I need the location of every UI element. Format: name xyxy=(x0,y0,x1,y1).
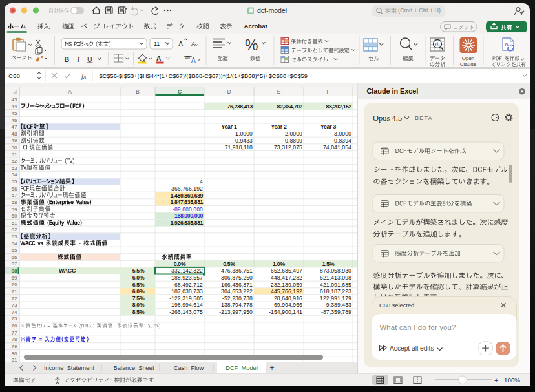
svg-text:71: 71 xyxy=(12,289,17,294)
svg-text:1.0000: 1.0000 xyxy=(235,130,253,137)
svg-text:58: 58 xyxy=(12,200,17,205)
svg-text:4: 4 xyxy=(200,178,203,185)
svg-text:53: 53 xyxy=(12,165,17,171)
svg-text:168,000,000: 168,000,000 xyxy=(174,212,204,219)
svg-text:51: 51 xyxy=(12,152,17,158)
svg-text:72: 72 xyxy=(12,296,17,302)
svg-text:U: U xyxy=(87,56,92,63)
svg-text:D: D xyxy=(227,88,231,95)
svg-text:Acrobat: Acrobat xyxy=(244,23,268,30)
svg-text:8.5%: 8.5% xyxy=(132,309,145,315)
svg-text:52: 52 xyxy=(12,158,17,164)
svg-text:E: E xyxy=(277,88,281,95)
svg-text:306,875,250: 306,875,250 xyxy=(221,274,253,281)
svg-text:0.9433: 0.9433 xyxy=(235,138,253,144)
svg-text:-138,794,778: -138,794,778 xyxy=(219,302,253,308)
svg-text:166,436,871: 166,436,871 xyxy=(221,282,253,288)
svg-text:74,041,054: 74,041,054 xyxy=(323,144,351,150)
svg-text:66: 66 xyxy=(12,254,17,260)
svg-text:%: % xyxy=(245,37,258,54)
svg-text:68: 68 xyxy=(12,268,17,274)
svg-text:59: 59 xyxy=(12,207,17,212)
svg-text:57: 57 xyxy=(12,192,17,198)
svg-text:Income_Statement: Income_Statement xyxy=(44,365,94,371)
svg-text:C68: C68 xyxy=(8,72,21,79)
svg-text:82,384,702: 82,384,702 xyxy=(277,103,302,110)
svg-text:47: 47 xyxy=(12,124,17,130)
svg-text:F: F xyxy=(326,88,330,95)
svg-text:Accept all edits: Accept all edits xyxy=(390,345,434,352)
svg-text:1.0%: 1.0% xyxy=(273,261,285,267)
svg-text:ab: ab xyxy=(185,55,190,59)
svg-text:62: 62 xyxy=(12,227,17,232)
svg-text:-87,359,789: -87,359,789 xyxy=(321,309,351,315)
svg-text:0.8394: 0.8394 xyxy=(334,138,351,144)
svg-text:Open: Open xyxy=(462,56,475,61)
svg-text:(Cmd + Ctrl + U): (Cmd + Ctrl + U) xyxy=(398,7,441,14)
svg-text:WACC: WACC xyxy=(59,267,76,274)
svg-text:282,189,059: 282,189,059 xyxy=(271,282,302,288)
svg-text:6.0%: 6.0% xyxy=(132,274,145,281)
svg-text:100%: 100% xyxy=(504,377,520,384)
svg-text:-213,997,950: -213,997,950 xyxy=(219,309,253,315)
svg-text:7.5%: 7.5% xyxy=(132,295,145,302)
svg-text:421,091,685: 421,091,685 xyxy=(320,282,351,288)
svg-text:A: A xyxy=(191,40,196,47)
svg-text:6.0%: 6.0% xyxy=(132,288,145,294)
svg-text:80: 80 xyxy=(12,351,17,356)
svg-text:476,386,751: 476,386,751 xyxy=(221,267,253,274)
svg-text:88,202,152: 88,202,152 xyxy=(326,103,351,110)
svg-text:0.5%: 0.5% xyxy=(223,261,235,267)
svg-text:76: 76 xyxy=(12,323,17,329)
svg-text:fx: fx xyxy=(81,73,87,80)
svg-text:8.0%: 8.0% xyxy=(132,302,145,308)
svg-text:55: 55 xyxy=(12,179,17,185)
svg-text:0.0%: 0.0% xyxy=(174,261,186,267)
svg-text:11: 11 xyxy=(154,41,160,47)
svg-text:+: + xyxy=(494,377,498,384)
svg-text:+: + xyxy=(269,364,274,373)
svg-text:-52,230,738: -52,230,738 xyxy=(222,295,253,302)
svg-text:46: 46 xyxy=(12,118,17,123)
svg-text:-198,994,614: -198,994,614 xyxy=(169,302,203,308)
svg-text:621,413,098: 621,413,098 xyxy=(320,274,351,281)
svg-text:Claude: Claude xyxy=(460,61,477,67)
svg-text:B: B xyxy=(65,56,70,63)
svg-text:0.8899: 0.8899 xyxy=(285,138,302,144)
svg-text:122,991,179: 122,991,179 xyxy=(320,295,351,302)
svg-text:1,480,869,639: 1,480,869,639 xyxy=(171,192,204,199)
svg-text:49: 49 xyxy=(12,138,17,143)
svg-text:DCF_Model: DCF_Model xyxy=(226,365,258,371)
svg-text:A: A xyxy=(68,88,72,95)
svg-text:70: 70 xyxy=(12,282,17,287)
svg-text:=$C$56-$I$53+($H$44*(1+C$67)/(: =$C$56-$I$53+($H$44*(1+C$67)/($B68-C$67)… xyxy=(96,73,308,79)
svg-text:Year 3: Year 3 xyxy=(320,123,336,130)
svg-text:What can I do for you?: What can I do for you? xyxy=(380,324,456,331)
svg-text:73,312,075: 73,312,075 xyxy=(274,144,302,150)
svg-text:28,640,916: 28,640,916 xyxy=(274,295,302,302)
svg-text:-154,900,141: -154,900,141 xyxy=(269,309,302,315)
svg-text:A: A xyxy=(191,57,196,64)
svg-text:873,058,930: 873,058,930 xyxy=(320,267,351,274)
svg-text:445,766,192: 445,766,192 xyxy=(271,288,302,294)
svg-text:9,389,433: 9,389,433 xyxy=(326,302,351,308)
svg-text:-266,143,075: -266,143,075 xyxy=(169,309,203,315)
svg-text:60: 60 xyxy=(12,213,17,219)
svg-text:188,923,557: 188,923,557 xyxy=(171,274,203,281)
svg-text:448,417,282: 448,417,282 xyxy=(271,274,302,281)
svg-text:6.5%: 6.5% xyxy=(132,282,145,288)
svg-text:304,653,222: 304,653,222 xyxy=(221,288,253,294)
svg-text:54: 54 xyxy=(12,172,17,178)
svg-text:652,685,497: 652,685,497 xyxy=(271,267,302,274)
svg-text:A: A xyxy=(178,40,184,48)
svg-text:Opus 4.5: Opus 4.5 xyxy=(373,114,402,123)
svg-text:56: 56 xyxy=(12,186,17,192)
svg-text:332,142,322: 332,142,322 xyxy=(171,267,203,274)
svg-text:75: 75 xyxy=(12,316,17,322)
svg-text:Claude in Excel: Claude in Excel xyxy=(367,87,419,95)
svg-text:78: 78 xyxy=(12,336,17,342)
svg-text:B: B xyxy=(136,88,140,95)
svg-text:45: 45 xyxy=(12,110,17,116)
svg-text:187,030,733: 187,030,733 xyxy=(171,288,203,294)
svg-text:43: 43 xyxy=(12,97,17,103)
